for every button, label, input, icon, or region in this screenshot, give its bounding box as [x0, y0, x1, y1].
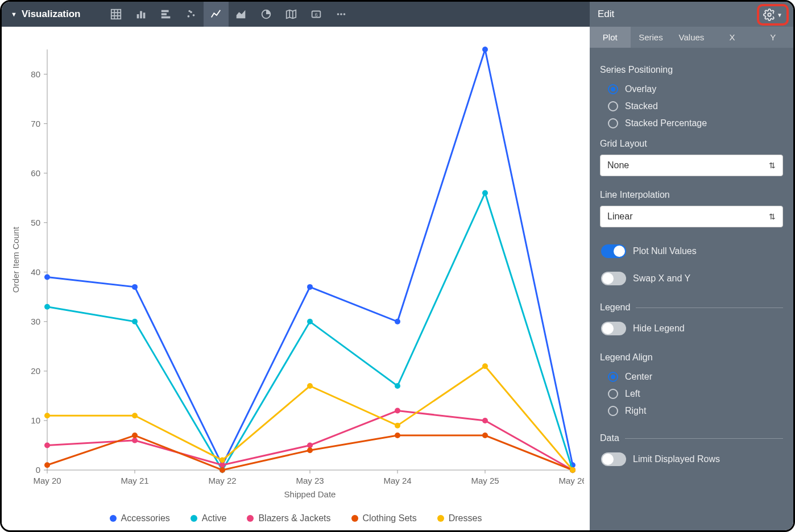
single-value-button[interactable]: 6 — [304, 2, 329, 27]
legend-align-option[interactable]: Left — [600, 385, 783, 402]
svg-text:40: 40 — [31, 267, 40, 277]
column-chart-button[interactable] — [129, 2, 154, 27]
svg-text:May 24: May 24 — [383, 476, 411, 485]
hide-legend-toggle[interactable] — [601, 322, 626, 335]
legend-item[interactable]: Dresses — [437, 513, 482, 523]
data-point[interactable] — [482, 190, 488, 196]
svg-rect-5 — [136, 14, 139, 18]
line-interpolation-select[interactable]: Linear ⇅ — [600, 206, 783, 227]
data-section-title: Data — [600, 433, 783, 443]
data-point[interactable] — [44, 442, 50, 448]
svg-text:80: 80 — [31, 69, 40, 79]
data-point[interactable] — [220, 458, 225, 463]
single-value-icon: 6 — [310, 8, 322, 20]
table-button[interactable] — [103, 2, 129, 27]
data-point[interactable] — [307, 319, 313, 325]
tab-values[interactable]: Values — [671, 27, 712, 48]
legend-item[interactable]: Active — [191, 513, 227, 523]
series-line[interactable] — [47, 366, 573, 470]
series-line[interactable] — [47, 411, 573, 470]
line-interpolation-value: Linear — [607, 211, 632, 222]
data-point[interactable] — [132, 433, 138, 438]
pie-chart-icon — [260, 8, 272, 20]
data-point[interactable] — [132, 319, 138, 325]
data-point[interactable] — [132, 413, 138, 418]
map-chart-button[interactable] — [279, 2, 304, 27]
radio-icon — [608, 84, 618, 94]
edit-tabbar: PlotSeriesValuesXY — [590, 27, 793, 48]
scatter-chart-icon — [185, 8, 197, 20]
svg-text:0: 0 — [36, 465, 40, 475]
grid-layout-select[interactable]: None ⇅ — [600, 155, 783, 176]
svg-text:20: 20 — [31, 366, 40, 376]
data-point[interactable] — [220, 462, 225, 468]
pie-chart-button[interactable] — [254, 2, 279, 27]
bar-chart-button[interactable] — [154, 2, 179, 27]
data-point[interactable] — [132, 284, 138, 290]
gear-icon — [763, 9, 776, 21]
line-chart[interactable]: 01020304050607080May 20May 21May 22May 2… — [7, 37, 584, 505]
data-point[interactable] — [570, 467, 575, 473]
data-point[interactable] — [307, 447, 313, 453]
hide-legend-label: Hide Legend — [633, 323, 685, 334]
data-point[interactable] — [482, 418, 488, 423]
data-point[interactable] — [482, 363, 488, 369]
data-point[interactable] — [395, 408, 400, 414]
tab-series[interactable]: Series — [631, 27, 672, 48]
tab-x[interactable]: X — [712, 27, 753, 48]
area-chart-button[interactable] — [229, 2, 254, 27]
data-point[interactable] — [44, 274, 50, 280]
legend-align-option-label: Center — [625, 372, 652, 382]
data-point[interactable] — [44, 413, 50, 418]
tab-plot[interactable]: Plot — [590, 27, 631, 48]
svg-text:Shipped Date: Shipped Date — [284, 489, 336, 499]
legend-item[interactable]: Blazers & Jackets — [247, 513, 330, 523]
series-line[interactable] — [47, 193, 573, 470]
legend-dot-icon — [351, 515, 358, 522]
series-line[interactable] — [47, 49, 573, 465]
visualization-title[interactable]: ▼ Visualization — [11, 9, 81, 20]
data-point[interactable] — [44, 304, 50, 310]
scatter-chart-button[interactable] — [179, 2, 204, 27]
svg-rect-6 — [140, 11, 142, 19]
series-positioning-option[interactable]: Stacked — [600, 98, 783, 115]
data-point[interactable] — [132, 438, 138, 443]
data-point[interactable] — [395, 433, 400, 438]
tab-y[interactable]: Y — [752, 27, 793, 48]
svg-rect-0 — [111, 10, 121, 19]
series-positioning-option[interactable]: Stacked Percentage — [600, 115, 783, 132]
data-point[interactable] — [220, 467, 225, 473]
legend-align-option[interactable]: Right — [600, 402, 783, 419]
legend-item[interactable]: Clothing Sets — [351, 513, 417, 523]
legend-align-option[interactable]: Center — [600, 368, 783, 385]
line-chart-button[interactable] — [204, 2, 229, 27]
legend-label: Active — [202, 513, 227, 523]
edit-side-panel: PlotSeriesValuesXY Series Positioning Ov… — [590, 27, 793, 530]
data-point[interactable] — [395, 319, 400, 325]
swap-xy-toggle[interactable] — [601, 272, 626, 285]
series-positioning-option[interactable]: Overlay — [600, 81, 783, 98]
svg-text:May 21: May 21 — [121, 476, 148, 485]
edit-label: Edit — [598, 9, 614, 20]
data-point[interactable] — [307, 383, 313, 389]
data-point[interactable] — [307, 442, 313, 448]
legend-item[interactable]: Accessories — [110, 513, 170, 523]
data-point[interactable] — [482, 47, 488, 52]
limit-rows-toggle[interactable] — [601, 452, 626, 466]
grid-layout-value: None — [607, 160, 629, 171]
data-point[interactable] — [307, 284, 313, 290]
svg-text:May 26: May 26 — [558, 476, 584, 485]
data-point[interactable] — [44, 462, 50, 468]
more-button[interactable] — [329, 2, 354, 27]
plot-null-toggle[interactable] — [601, 244, 626, 258]
svg-text:60: 60 — [31, 168, 40, 178]
data-point[interactable] — [395, 423, 400, 429]
data-point[interactable] — [482, 433, 488, 438]
settings-gear-button[interactable]: ▼ — [757, 4, 789, 26]
data-point[interactable] — [395, 383, 400, 389]
select-chevron-icon: ⇅ — [769, 161, 776, 170]
legend-label: Dresses — [449, 513, 482, 523]
radio-icon — [608, 101, 618, 111]
legend-align-option-label: Right — [625, 406, 646, 416]
grid-layout-title: Grid Layout — [600, 139, 783, 149]
